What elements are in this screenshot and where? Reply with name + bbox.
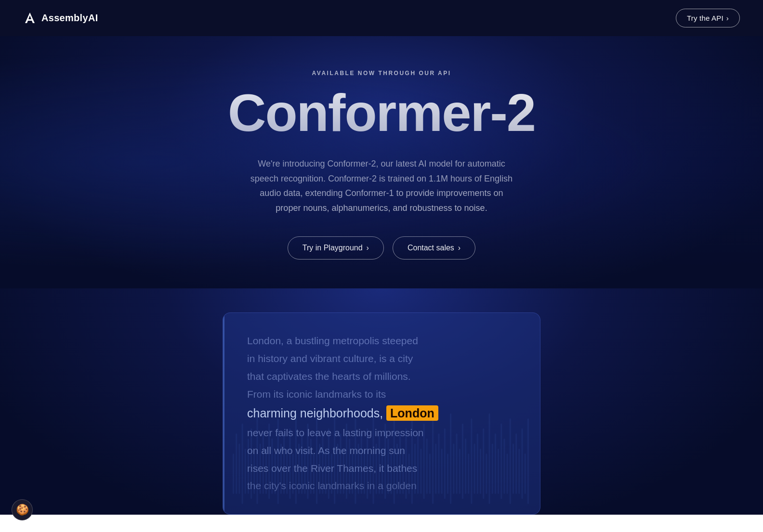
contact-sales-button[interactable]: Contact sales › [393, 236, 475, 260]
demo-section: London, a bustling metropolis steeped in… [0, 288, 763, 515]
demo-line-1: London, a bustling metropolis steeped [247, 332, 516, 350]
demo-line-4: From its iconic landmarks to its [247, 386, 516, 403]
demo-line-7: on all who visit. As the morning sun [247, 442, 516, 460]
svg-rect-97 [521, 429, 523, 499]
svg-rect-96 [518, 449, 520, 494]
try-api-arrow-icon: › [726, 14, 729, 22]
demo-card: London, a bustling metropolis steeped in… [223, 312, 540, 515]
demo-line-6: never fails to leave a lasting impressio… [247, 424, 516, 442]
logo-text: AssemblyAI [41, 13, 98, 24]
demo-line-2: in history and vibrant culture, is a cit… [247, 350, 516, 368]
hero-description: We're introducing Conformer-2, our lates… [247, 156, 516, 215]
demo-line-8: rises over the River Thames, it bathes [247, 460, 516, 478]
btn-contact-label: Contact sales [408, 244, 454, 252]
hero-title: Conformer-2 [19, 86, 744, 139]
assemblyai-logo-icon [23, 12, 37, 25]
svg-rect-1 [236, 434, 237, 494]
svg-rect-2 [238, 444, 240, 494]
btn-playground-arrow-icon: › [367, 244, 369, 252]
btn-playground-label: Try in Playground [303, 244, 363, 252]
svg-rect-3 [242, 424, 243, 504]
svg-rect-4 [245, 449, 246, 494]
try-playground-button[interactable]: Try in Playground › [288, 236, 384, 260]
svg-rect-99 [527, 419, 529, 505]
try-api-label: Try the API [687, 14, 724, 22]
cookie-settings-button[interactable]: 🍪 [12, 499, 33, 520]
demo-line-5-before: charming neighborhoods, [247, 406, 386, 420]
demo-text-content: London, a bustling metropolis steeped in… [247, 332, 516, 495]
bottom-section: Conformer-2 builds on our original relea… [0, 515, 763, 532]
btn-contact-arrow-icon: › [458, 244, 460, 252]
cookie-icon: 🍪 [16, 504, 29, 516]
hero-buttons: Try in Playground › Contact sales › [19, 236, 744, 260]
hero-section: AVAILABLE NOW THROUGH OUR API Conformer-… [0, 36, 763, 288]
svg-rect-0 [233, 454, 234, 494]
svg-rect-98 [525, 454, 526, 494]
logo-area: AssemblyAI [23, 12, 98, 25]
navbar: AssemblyAI Try the API › [0, 0, 763, 36]
demo-line-3: that captivates the hearts of millions. [247, 368, 516, 386]
demo-line-9: the city's iconic landmarks in a golden [247, 477, 516, 495]
available-label: AVAILABLE NOW THROUGH OUR API [19, 70, 744, 77]
demo-line-5: charming neighborhoods, London [247, 403, 516, 424]
try-api-button[interactable]: Try the API › [676, 9, 740, 27]
demo-highlighted-word: London [386, 405, 438, 421]
